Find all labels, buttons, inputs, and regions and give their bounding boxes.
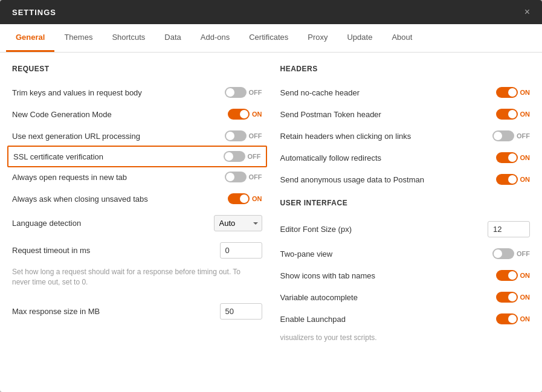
ssl-cert-label: SSL certificate verification — [13, 152, 219, 161]
title-bar: SETTINGS × — [0, 0, 542, 24]
enable-launchpad-toggle[interactable] — [496, 313, 518, 324]
req-timeout-hint-label: Set how long a request should wait for a… — [12, 267, 262, 292]
tab-themes[interactable]: Themes — [54, 24, 102, 52]
setting-open-new-tab: Always open requests in new tab OFF — [12, 166, 262, 188]
setting-anon-usage: Send anonymous usage data to Postman ON — [280, 169, 531, 190]
setting-retain-headers: Retain headers when clicking on links OF… — [280, 125, 531, 147]
ssl-cert-toggle-wrapper: OFF — [219, 151, 261, 162]
retain-headers-toggle-label: OFF — [517, 132, 530, 140]
anon-usage-toggle-label: ON — [520, 176, 531, 183]
tab-update[interactable]: Update — [337, 24, 382, 52]
ask-closing-toggle-wrapper: ON — [220, 193, 262, 204]
next-gen-url-toggle[interactable] — [225, 130, 247, 141]
tab-about[interactable]: About — [382, 24, 422, 52]
tabs-bar: General Themes Shortcuts Data Add-ons Ce… — [0, 24, 542, 53]
setting-show-icons: Show icons with tab names ON — [280, 265, 531, 286]
ask-closing-label: Always ask when closing unsaved tabs — [12, 194, 220, 204]
max-response-label: Max response size in MB — [12, 307, 220, 316]
window-title: SETTINGS — [12, 8, 56, 17]
trim-keys-label: Trim keys and values in request body — [12, 88, 220, 97]
setting-max-response: Max response size in MB — [12, 298, 262, 325]
postman-token-toggle-label: ON — [520, 111, 531, 118]
next-gen-url-label: Use next generation URL processing — [12, 132, 220, 141]
setting-auto-redirect: Automatically follow redirects ON — [280, 147, 531, 169]
ask-closing-toggle-label: ON — [252, 195, 262, 202]
req-timeout-label: Request timeout in ms — [12, 246, 220, 255]
setting-ssl-cert: SSL certificate verification OFF — [7, 146, 267, 167]
show-icons-label: Show icons with tab names — [280, 271, 488, 280]
lang-detect-label: Language detection — [12, 219, 214, 228]
open-new-tab-toggle-label: OFF — [249, 173, 262, 181]
ssl-cert-toggle-label: OFF — [248, 153, 261, 160]
enable-launchpad-label: Enable Launchpad — [280, 315, 488, 324]
two-pane-label: Two-pane view — [280, 249, 488, 259]
postman-token-toggle[interactable] — [496, 109, 518, 120]
var-autocomplete-toggle[interactable] — [496, 292, 518, 303]
no-cache-toggle[interactable] — [496, 87, 518, 98]
auto-redirect-toggle-label: ON — [520, 154, 531, 161]
req-timeout-input[interactable] — [220, 242, 262, 259]
ask-closing-toggle[interactable] — [228, 193, 250, 204]
trim-keys-toggle-wrapper: OFF — [220, 87, 262, 98]
open-new-tab-toggle-wrapper: OFF — [220, 172, 262, 182]
tab-addons[interactable]: Add-ons — [191, 24, 239, 52]
var-autocomplete-toggle-wrapper: ON — [488, 292, 530, 303]
setting-next-gen-url: Use next generation URL processing OFF — [12, 125, 262, 147]
new-code-gen-toggle-wrapper: ON — [220, 109, 262, 120]
next-gen-url-toggle-label: OFF — [249, 132, 262, 140]
request-section-title: REQUEST — [12, 65, 262, 73]
open-new-tab-label: Always open requests in new tab — [12, 173, 220, 182]
no-cache-toggle-wrapper: ON — [488, 87, 530, 98]
tab-data[interactable]: Data — [155, 24, 190, 52]
tab-general[interactable]: General — [6, 24, 54, 52]
new-code-gen-toggle[interactable] — [228, 109, 250, 120]
tab-proxy[interactable]: Proxy — [298, 24, 337, 52]
anon-usage-label: Send anonymous usage data to Postman — [280, 175, 488, 184]
trim-keys-toggle-label: OFF — [249, 89, 262, 96]
anon-usage-toggle[interactable] — [496, 174, 518, 185]
max-response-input[interactable] — [220, 303, 262, 320]
tab-shortcuts[interactable]: Shortcuts — [102, 24, 155, 52]
postman-token-toggle-wrapper: ON — [488, 109, 530, 120]
postman-token-label: Send Postman Token header — [280, 110, 488, 119]
ui-section-title: USER INTERFACE — [280, 199, 531, 207]
auto-redirect-label: Automatically follow redirects — [280, 153, 488, 162]
trim-keys-toggle[interactable] — [225, 87, 247, 98]
show-icons-toggle-wrapper: ON — [488, 270, 530, 281]
setting-var-autocomplete: Variable autocomplete ON — [280, 286, 531, 308]
setting-req-timeout-hint: Set how long a request should wait for a… — [12, 264, 262, 298]
setting-trim-keys: Trim keys and values in request body OFF — [12, 82, 262, 103]
show-icons-toggle-label: ON — [520, 272, 531, 279]
var-autocomplete-label: Variable autocomplete — [280, 293, 488, 302]
setting-two-pane: Two-pane view OFF — [280, 243, 531, 265]
ssl-cert-toggle[interactable] — [224, 151, 245, 162]
setting-bottom-hint: visualizers to your test scripts. — [280, 330, 531, 353]
auto-redirect-toggle-wrapper: ON — [488, 152, 530, 163]
retain-headers-label: Retain headers when clicking on links — [280, 132, 488, 141]
retain-headers-toggle[interactable] — [492, 130, 514, 141]
setting-ask-closing: Always ask when closing unsaved tabs ON — [12, 188, 262, 210]
tab-certificates[interactable]: Certificates — [239, 24, 298, 52]
headers-section-title: HEADERS — [280, 65, 531, 73]
editor-font-input[interactable] — [488, 221, 530, 237]
next-gen-url-toggle-wrapper: OFF — [220, 130, 262, 141]
setting-no-cache: Send no-cache header ON — [280, 82, 531, 103]
two-pane-toggle-label: OFF — [517, 250, 530, 257]
enable-launchpad-toggle-wrapper: ON — [488, 313, 530, 324]
left-column: REQUEST Trim keys and values in request … — [12, 65, 262, 386]
open-new-tab-toggle[interactable] — [225, 172, 247, 182]
show-icons-toggle[interactable] — [496, 270, 518, 281]
var-autocomplete-toggle-label: ON — [520, 294, 531, 301]
setting-lang-detect: Language detection Auto Off — [12, 210, 262, 237]
lang-detect-select[interactable]: Auto Off — [214, 215, 262, 231]
content-area: REQUEST Trim keys and values in request … — [0, 53, 542, 392]
two-pane-toggle-wrapper: OFF — [488, 248, 530, 259]
close-button[interactable]: × — [524, 7, 530, 17]
no-cache-label: Send no-cache header — [280, 88, 488, 97]
two-pane-toggle[interactable] — [492, 248, 514, 259]
auto-redirect-toggle[interactable] — [496, 152, 518, 163]
new-code-gen-toggle-label: ON — [252, 111, 262, 118]
setting-enable-launchpad: Enable Launchpad ON — [280, 308, 531, 330]
settings-window: SETTINGS × General Themes Shortcuts Data… — [0, 0, 542, 392]
anon-usage-toggle-wrapper: ON — [488, 174, 530, 185]
